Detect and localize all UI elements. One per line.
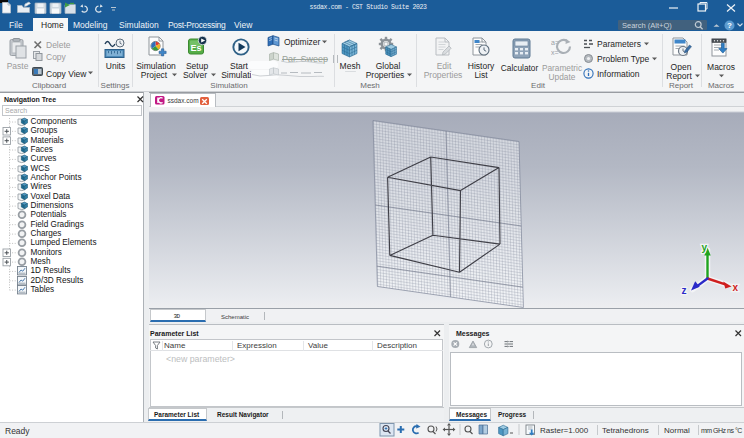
svg-text:z: z [682, 285, 687, 296]
svg-text:x: x [733, 282, 739, 293]
svg-text:?: ? [727, 21, 732, 30]
svg-text:y: y [702, 242, 708, 253]
